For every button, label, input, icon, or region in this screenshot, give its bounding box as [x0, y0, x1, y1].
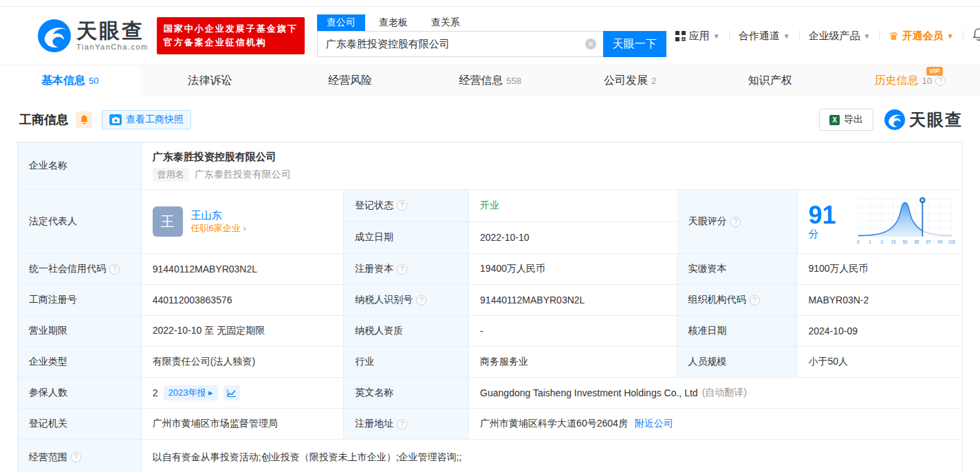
brand-domain: TianYanCha.com: [76, 43, 149, 51]
field-label-group: 组织机构代码 ?: [677, 285, 798, 315]
former-name-chip: 曾用名: [153, 168, 189, 182]
tianyancha-logo[interactable]: 天眼查 TianYanCha.com: [38, 19, 149, 52]
reg-status-cell: 开业: [469, 190, 677, 222]
menu-partner-label: 合作通道: [739, 30, 780, 43]
table-row-legal-rep: 法定代表人 王 王山东 任职6家企业 › 登记状态 ? 开业: [18, 190, 962, 254]
help-icon[interactable]: ?: [935, 76, 946, 86]
tab-basic-info[interactable]: 基本信息 50: [0, 65, 140, 96]
reg-capital-cell: 19400万人民币: [469, 254, 677, 284]
notifications-bell[interactable]: [963, 28, 980, 43]
menu-vip-upgrade[interactable]: ♛ 开通会员 ▼: [880, 30, 962, 43]
business-scope-cell: 以自有资金从事投资活动;创业投资（限投资未上市企业）;企业管理咨询;;: [142, 440, 962, 472]
svg-text:100: 100: [948, 239, 955, 244]
field-label: 天眼评分: [688, 215, 727, 228]
header: 天眼查 TianYanCha.com 国家中小企业发展子基金旗下 官方备案企业征…: [0, 7, 980, 65]
taxpayer-id-cell: 91440112MABYR03N2L: [469, 285, 677, 315]
field-label: 工商注册号: [18, 285, 142, 315]
chevron-down-icon: ▼: [864, 32, 871, 40]
company-type-cell: 有限责任公司(法人独资): [142, 347, 345, 377]
field-label-group: 注册资本 ?: [344, 254, 469, 284]
score-value: 91: [809, 201, 836, 229]
table-row: 登记机关 广州市黄埔区市场监督管理局 注册地址 ? 广州市黄埔区科学大道60号2…: [18, 409, 962, 440]
field-label-group: 经营范围 ?: [18, 440, 142, 472]
field-label: 实缴资本: [677, 254, 798, 284]
field-label-group: 注册地址 ?: [344, 409, 469, 439]
search-button[interactable]: 天眼一下: [603, 31, 666, 57]
business-info-table: 企业名称 广东泰胜投资控股有限公司 曾用名 广东泰胜投资有限公司 法定代表人 王…: [17, 142, 963, 472]
help-icon[interactable]: ?: [416, 295, 426, 305]
help-icon[interactable]: ?: [397, 419, 407, 429]
table-row: 统一社会信用代码 ? 91440112MABYR03N2L 注册资本 ? 194…: [18, 254, 962, 285]
help-icon[interactable]: ?: [397, 264, 407, 275]
nearby-companies-link[interactable]: 附近公司: [635, 418, 673, 430]
search-input[interactable]: [317, 31, 603, 57]
tab-legal-proceedings[interactable]: 法律诉讼: [140, 65, 281, 96]
apps-grid-icon: [675, 31, 686, 41]
monitor-bell-button[interactable]: [76, 111, 92, 128]
company-name: 广东泰胜投资控股有限公司: [153, 151, 951, 164]
tab-count: 10: [922, 76, 932, 86]
field-label: 参保人数: [18, 378, 142, 408]
help-icon[interactable]: ?: [71, 452, 81, 462]
tab-operating-risk[interactable]: 经营风险: [280, 65, 420, 96]
field-label: 纳税人识别号: [355, 294, 413, 306]
tab-label: 经营风险: [328, 74, 372, 88]
field-label: 注册资本: [355, 263, 393, 275]
svg-text:3: 3: [880, 239, 883, 244]
tab-intellectual-property[interactable]: 知识产权: [700, 65, 840, 96]
help-icon[interactable]: ?: [109, 264, 120, 275]
trend-chart-icon[interactable]: [224, 385, 240, 400]
field-label: 法定代表人: [18, 190, 142, 253]
field-label: 登记机关: [18, 409, 142, 439]
menu-enterprise[interactable]: 企业级产品 ▼: [800, 30, 880, 43]
clear-search-icon[interactable]: ✕: [585, 39, 596, 50]
menu-apps[interactable]: 应用 ▼: [666, 30, 729, 43]
search-tab-relation[interactable]: 查关系: [422, 14, 470, 31]
field-label-group: 统一社会信用代码 ?: [18, 254, 142, 284]
help-icon[interactable]: ?: [750, 295, 760, 305]
tab-operating-info[interactable]: 经营信息 558: [420, 65, 560, 96]
legal-rep-link[interactable]: 王山东: [191, 209, 222, 221]
export-button[interactable]: X 导出: [819, 109, 873, 131]
search-tab-company[interactable]: 查公司: [317, 14, 365, 31]
tab-history-info[interactable]: VIP 历史信息 10 ?: [840, 65, 980, 96]
auto-translate-note: (自动翻译): [702, 387, 747, 399]
reg-authority-cell: 广州市黄埔区市场监督管理局: [142, 409, 345, 439]
legal-rep-cell: 王 王山东 任职6家企业 ›: [142, 190, 344, 253]
company-nav-tabs: 基本信息 50 法律诉讼 经营风险 经营信息 558 公司发展 2 知识产权 V…: [0, 65, 980, 96]
tianyan-score-cell[interactable]: 91 分: [798, 190, 962, 253]
field-label: 注册地址: [355, 418, 393, 430]
snapshot-button-label: 查看工商快照: [126, 114, 184, 126]
est-date-cell: 2022-10-10: [469, 222, 677, 254]
gov-badge-line1: 国家中小企业发展子基金旗下: [164, 22, 298, 36]
vip-badge: VIP: [926, 67, 944, 76]
tab-label: 知识产权: [748, 74, 792, 88]
avatar[interactable]: 王: [153, 206, 183, 237]
rep-positions-link[interactable]: 任职6家企业 ›: [191, 222, 246, 235]
score-unit: 分: [809, 228, 819, 239]
annual-report-chip[interactable]: 2023年报 ▸: [164, 385, 218, 400]
paid-capital-cell: 9100万人民币: [797, 254, 962, 284]
top-menu: 应用 ▼ 合作通道 ▼ 企业级产品 ▼ ♛ 开通会员 ▼ 费米: [666, 28, 980, 43]
gov-certification-badge: 国家中小企业发展子基金旗下 官方备案企业征信机构: [157, 17, 305, 54]
svg-text:85: 85: [914, 239, 919, 244]
tab-company-development[interactable]: 公司发展 2: [560, 65, 700, 96]
score-distribution-chart: 0 1 3 15 50 85 97 99 100: [855, 194, 955, 249]
address-text: 广州市黄埔区科学大道60号2604房: [480, 418, 628, 430]
tab-label: 公司发展: [604, 74, 648, 88]
help-icon[interactable]: ?: [730, 217, 741, 227]
help-icon[interactable]: ?: [397, 200, 407, 211]
field-label-group: 纳税人识别号 ?: [344, 285, 469, 315]
watermark-logo: 天眼查: [884, 109, 963, 131]
field-label: 成立日期: [344, 222, 469, 254]
table-row: 企业类型 有限责任公司(法人独资) 行业 商务服务业 人员规模 小于50人: [18, 347, 962, 378]
business-snapshot-button[interactable]: 查看工商快照: [102, 110, 191, 129]
menu-partner[interactable]: 合作通道 ▼: [730, 30, 799, 43]
chevron-down-icon: ▼: [783, 32, 790, 40]
chevron-down-icon: ▼: [947, 32, 954, 40]
field-label: 英文名称: [344, 378, 469, 408]
bell-icon: [80, 115, 89, 125]
taxpayer-quality-cell: -: [469, 316, 677, 346]
approval-date-cell: 2024-10-09: [797, 316, 962, 346]
search-tab-boss[interactable]: 查老板: [369, 14, 417, 31]
